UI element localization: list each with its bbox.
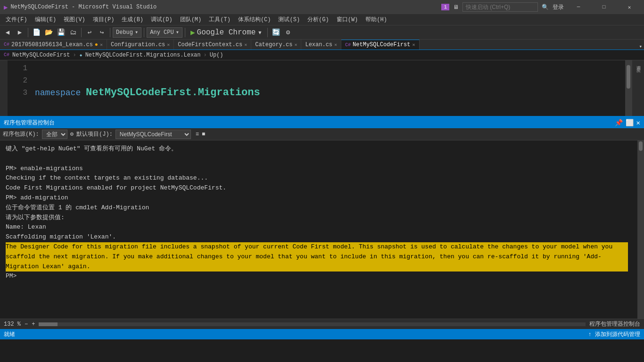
quick-launch-input[interactable] (462, 2, 538, 12)
tab-label-4: Lexan.cs (305, 41, 332, 48)
menu-debug[interactable]: 调试(D) (147, 14, 176, 25)
vs-logo: ▶ (4, 3, 8, 11)
tab-label-5: NetMySQLCodeFirst (353, 41, 410, 48)
tab-2[interactable]: CodeFirstContext.cs ✕ (174, 40, 251, 49)
toolbar-sep-4 (144, 28, 144, 37)
toolbar-sep-1 (28, 28, 28, 37)
pmc-pin-button[interactable]: 📌 (615, 119, 623, 127)
pmc-clear-button[interactable]: ≡ (196, 131, 199, 138)
menu-tools[interactable]: 工具(T) (205, 14, 234, 25)
tab-close-0[interactable]: ✕ (100, 42, 103, 48)
toolbar: ◀ ▶ 📄 📂 💾 🗂 ↩ ↪ Debug ▾ Any CPU ▾ ▶ Goog… (0, 25, 644, 40)
line-num-2: 2 (8, 74, 27, 87)
tab-close-1[interactable]: ✕ (167, 42, 170, 48)
pmc-hint: 键入 "get-help NuGet" 可查看所有可用的 NuGet 命令。 (6, 144, 628, 154)
breadcrumb-right[interactable]: NetMySQLCodeFirst.Migrations.Lexan (85, 52, 201, 58)
pmc-line-2: Checking if the context targets an exist… (6, 173, 628, 183)
close-button[interactable]: ✕ (619, 0, 640, 14)
tab-label-0: 201705081056134_Lexan.cs (11, 41, 93, 48)
pmc-toolbar: 程序包源(K): 全部 ⚙ 默认项目(J): NetMySQLCodeFirst… (0, 128, 644, 140)
menu-project[interactable]: 项目(P) (89, 14, 118, 25)
window-title: NetMySQLCodeFirst - Microsoft Visual Stu… (10, 4, 157, 10)
menu-team[interactable]: 团队(M) (176, 14, 206, 25)
pmc-hscrollbar[interactable] (39, 322, 586, 326)
search-icon: 🔍 (542, 4, 549, 11)
pmc-zoom-increase[interactable]: + (32, 321, 35, 328)
breadcrumb-icon-2: ⬥ (79, 52, 83, 58)
tab-modified-0: ● (95, 41, 98, 48)
menu-edit[interactable]: 编辑(E) (31, 14, 60, 25)
package-manager-console: 程序包管理器控制台 📌 ⬜ ✕ 程序包源(K): 全部 ⚙ 默认项目(J): N… (0, 116, 644, 329)
pmc-scrollbar-thumb (639, 141, 643, 151)
undo-button[interactable]: ↩ (84, 27, 95, 38)
breadcrumb-bar: C# NetMySQLCodeFirst › ⬥ NetMySQLCodeFir… (0, 50, 644, 60)
refresh-button[interactable]: 🔄 (270, 27, 281, 38)
pmc-stop-button[interactable]: ■ (202, 131, 205, 138)
pmc-prompt-3: PM> (6, 272, 17, 280)
menu-architecture[interactable]: 体系结构(C) (234, 14, 275, 25)
pmc-restore-button[interactable]: ⬜ (626, 119, 634, 127)
menu-test[interactable]: 测试(S) (274, 14, 304, 25)
tab-close-4[interactable]: ✕ (334, 42, 337, 48)
login-label[interactable]: 登录 (553, 3, 564, 11)
code-content[interactable]: namespace NetMySQLCodeFirst.Migrations {… (31, 60, 625, 116)
left-gutter (0, 60, 8, 116)
menu-window[interactable]: 窗口(W) (333, 14, 362, 25)
pmc-zoom-decrease[interactable]: − (25, 321, 28, 328)
restore-button[interactable]: □ (593, 0, 615, 14)
pmc-line-4: PM> add-migration (6, 193, 628, 203)
pmc-settings-icon[interactable]: ⚙ (70, 131, 74, 138)
debug-config-dropdown[interactable]: Debug ▾ (113, 27, 141, 38)
tab-1[interactable]: Configuration.cs ✕ (107, 40, 174, 49)
tabs-bar: C# 201705081056134_Lexan.cs ● ✕ Configur… (0, 40, 644, 50)
add-to-vcs-button[interactable]: ↑ 添加到源代码管理 (588, 330, 640, 338)
pmc-prompt-2: PM> add-migration (6, 194, 68, 201)
pmc-prompt-1: PM> enable-migrations (6, 165, 83, 172)
debug-config-label: Debug (116, 29, 133, 36)
pmc-source-label: 程序包源(K): (3, 130, 39, 138)
forward-button[interactable]: ▶ (14, 27, 25, 38)
platform-dropdown[interactable]: Any CPU ▾ (147, 27, 182, 38)
tab-close-2[interactable]: ✕ (244, 42, 247, 48)
menu-analyze[interactable]: 分析(G) (304, 14, 333, 25)
tab-0[interactable]: C# 201705081056134_Lexan.cs ● ✕ (0, 40, 107, 49)
save-all-button[interactable]: 🗂 (67, 27, 79, 38)
tab-close-5[interactable]: ✕ (413, 42, 415, 48)
pmc-close-button[interactable]: ✕ (636, 119, 640, 127)
breadcrumb-sep-2: › (203, 52, 206, 58)
minimize-button[interactable]: ─ (568, 0, 589, 14)
breadcrumb-left[interactable]: NetMySQLCodeFirst (12, 52, 70, 58)
open-file-button[interactable]: 📂 (43, 27, 54, 38)
pmc-output[interactable]: 键入 "get-help NuGet" 可查看所有可用的 NuGet 命令。 P… (0, 140, 637, 319)
tabs-dropdown-btn[interactable]: ▾ (637, 43, 644, 49)
pmc-title-buttons: 📌 ⬜ ✕ (615, 119, 640, 127)
back-button[interactable]: ◀ (2, 27, 13, 38)
tab-5[interactable]: C# NetMySQLCodeFirst ✕ (341, 40, 419, 49)
run-target-label: Google Chrome (197, 28, 256, 37)
tabs-end: ▾ (637, 43, 644, 49)
run-button[interactable]: ▶ Google Chrome ▾ (188, 27, 265, 38)
toolbar-sep-2 (81, 28, 82, 37)
pmc-blank-1 (6, 154, 628, 164)
settings-button[interactable]: ⚙ (282, 27, 294, 38)
redo-button[interactable]: ↪ (96, 27, 107, 38)
breadcrumb-method[interactable]: Up() (210, 52, 223, 58)
pmc-line-3: Code First Migrations enabled for projec… (6, 183, 628, 193)
save-button[interactable]: 💾 (55, 27, 66, 38)
tab-close-3[interactable]: ✕ (294, 42, 297, 48)
tab-3[interactable]: Category.cs ✕ (251, 40, 301, 49)
menu-file[interactable]: 文件(F) (2, 14, 31, 25)
tab-4[interactable]: Lexan.cs ✕ (301, 40, 341, 49)
editor-scrollbar[interactable] (625, 60, 632, 116)
play-icon: ▶ (190, 28, 195, 37)
menu-build[interactable]: 生成(B) (118, 14, 147, 25)
pmc-scrollbar[interactable] (637, 140, 644, 319)
pmc-line-8: Scaffolding migration 'Lexan'. (6, 232, 628, 242)
pmc-default-project-dropdown[interactable]: NetMySQLCodeFirst (116, 130, 191, 139)
pmc-line-6: 请为以下参数提供值: (6, 213, 628, 223)
new-project-button[interactable]: 📄 (31, 27, 42, 38)
pmc-source-dropdown[interactable]: 全部 (42, 130, 67, 139)
menu-view[interactable]: 视图(V) (60, 14, 89, 25)
pmc-hscrollbar-thumb (39, 322, 58, 326)
menu-help[interactable]: 帮助(H) (362, 14, 391, 25)
